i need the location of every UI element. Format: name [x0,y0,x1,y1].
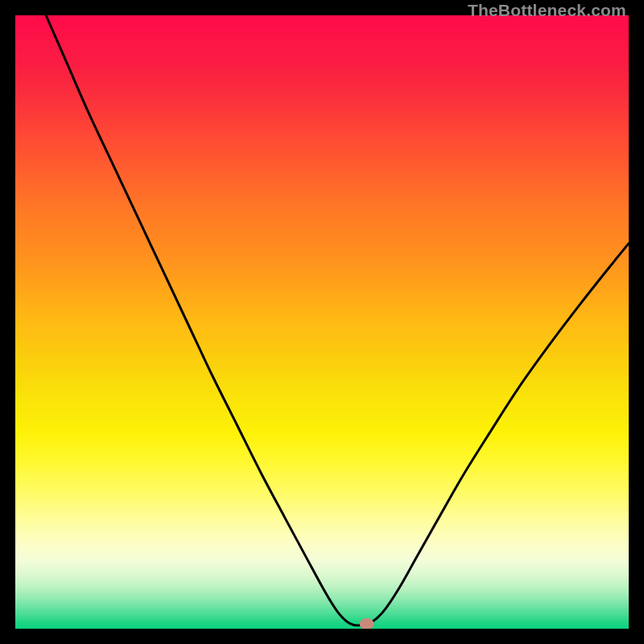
plot-area [15,15,629,629]
chart-frame: TheBottleneck.com [0,0,644,644]
gradient-background [15,15,629,629]
watermark-text: TheBottleneck.com [468,1,626,20]
svg-rect-379 [15,627,629,629]
